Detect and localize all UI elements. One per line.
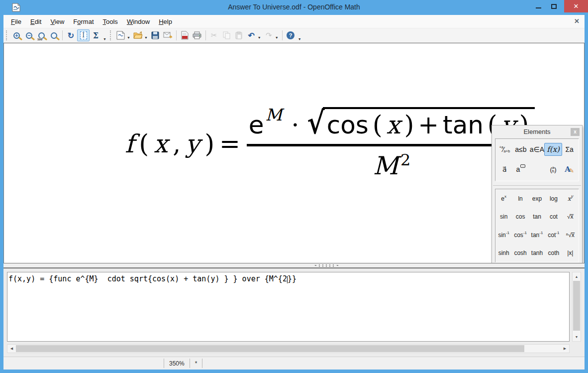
save-button[interactable]: [149, 29, 162, 41]
function-cot[interactable]: cot: [550, 213, 558, 220]
print-button[interactable]: [191, 29, 203, 41]
function-arcsin[interactable]: sin-1: [498, 231, 509, 239]
close-button[interactable]: ✕: [564, 0, 588, 12]
zoom-in-button[interactable]: +: [10, 29, 23, 41]
eq-comma: ,: [173, 129, 181, 158]
help-button[interactable]: ?: [285, 29, 297, 41]
function-exp[interactable]: exp: [532, 195, 542, 202]
symbols-catalog-button[interactable]: Σ: [90, 29, 102, 41]
refresh-icon: ↻: [68, 31, 74, 40]
menubar: File Edit View Format Tools Window Help …: [3, 15, 585, 28]
panel-separator: [493, 185, 581, 186]
redo-dropdown-icon[interactable]: ▼: [275, 36, 279, 39]
undo-icon: ↶: [248, 31, 255, 40]
function-sinh[interactable]: sinh: [498, 249, 509, 256]
function-ln[interactable]: ln: [518, 195, 522, 202]
scroll-down-icon[interactable]: ▼: [573, 333, 581, 341]
menu-window[interactable]: Window: [122, 16, 154, 27]
email-icon: [163, 32, 173, 39]
category-brackets[interactable]: ( ab ): [546, 163, 560, 176]
toolbar-grip[interactable]: [110, 30, 112, 40]
function-x-power-y[interactable]: xy: [568, 195, 573, 202]
horizontal-scroll-thumb[interactable]: [16, 345, 524, 352]
refresh-button[interactable]: ↻: [65, 29, 77, 41]
redo-button[interactable]: ↷: [263, 29, 275, 41]
open-button[interactable]: [132, 29, 144, 41]
titlebar[interactable]: Answer To Universe.odf - OpenOffice Math…: [0, 0, 588, 15]
pencil-icon: ✎: [569, 167, 574, 174]
menu-view[interactable]: View: [46, 16, 69, 27]
undo-button[interactable]: ↶: [245, 29, 258, 41]
function-tanh[interactable]: tanh: [531, 249, 543, 256]
category-set-operations[interactable]: a∈A: [530, 143, 544, 156]
category-relations[interactable]: a≤b: [514, 143, 528, 156]
printer-icon: [193, 31, 201, 39]
function-sqrt[interactable]: √x̅: [567, 213, 574, 220]
menu-edit[interactable]: Edit: [26, 16, 46, 27]
function-nth-root[interactable]: ⁿ√x̅: [566, 231, 575, 239]
function-arccot[interactable]: cot-1: [548, 231, 559, 239]
function-coth[interactable]: coth: [548, 249, 560, 256]
function-e-power-x[interactable]: ex: [501, 195, 506, 202]
function-cosh[interactable]: cosh: [514, 249, 526, 256]
commands-input[interactable]: f(x,y) = {func e^{M} cdot sqrt{cos(x) + …: [7, 272, 570, 342]
redo-icon: ↷: [266, 31, 272, 40]
toolbar-overflow-icon[interactable]: ▼: [103, 37, 106, 41]
eq-equals: =: [219, 129, 240, 158]
menu-help[interactable]: Help: [154, 16, 177, 27]
menu-format[interactable]: Format: [69, 16, 98, 27]
commands-horizontal-scrollbar[interactable]: ◀ ▶: [7, 344, 570, 353]
view-commands-splitter[interactable]: [3, 263, 585, 268]
zoom-out-button[interactable]: −: [23, 29, 35, 41]
cut-button[interactable]: ✂: [208, 29, 220, 41]
app-window: Answer To Universe.odf - OpenOffice Math…: [0, 0, 588, 373]
category-others[interactable]: a⋯: [514, 163, 528, 176]
formula-view[interactable]: f ( x , y ) = e M · √ cos: [3, 43, 585, 263]
category-formats[interactable]: A✎: [563, 163, 577, 176]
new-document-button[interactable]: [114, 29, 127, 41]
maximize-button[interactable]: [547, 0, 561, 12]
scroll-up-icon[interactable]: ▲: [573, 273, 581, 280]
export-pdf-button[interactable]: [179, 29, 191, 41]
category-spacer: [530, 163, 544, 176]
function-arctan[interactable]: tan-1: [531, 231, 543, 239]
menu-tools[interactable]: Tools: [98, 16, 122, 27]
function-cos[interactable]: cos: [516, 213, 525, 220]
vertical-scroll-thumb[interactable]: [573, 281, 580, 331]
clipboard-icon: [235, 31, 242, 39]
function-tan[interactable]: tan: [533, 213, 541, 220]
copy-button[interactable]: [220, 29, 233, 41]
category-operators[interactable]: Σa: [563, 143, 577, 156]
eq-plus: +: [418, 111, 439, 139]
app-icon: [12, 3, 20, 12]
zoom-100-button[interactable]: 100: [35, 29, 48, 41]
commands-vertical-scrollbar[interactable]: ▲ ▼: [572, 272, 581, 342]
eq-rparen: ): [404, 111, 414, 139]
scroll-left-icon[interactable]: ◀: [8, 345, 15, 353]
toolbar-grip[interactable]: [6, 30, 8, 40]
category-attributes[interactable]: a⃗: [497, 163, 511, 176]
formula-cursor-button[interactable]: I: [77, 29, 90, 41]
category-unary-binary-operators[interactable]: +a⁄a+b: [497, 143, 511, 156]
eq-lparen: (: [373, 111, 383, 139]
pdf-icon: [181, 31, 189, 40]
email-button[interactable]: [162, 29, 174, 41]
zoom-all-button[interactable]: [48, 29, 60, 41]
open-dropdown-icon[interactable]: ▼: [144, 36, 148, 39]
function-log[interactable]: log: [550, 195, 558, 202]
toolbar-overflow-icon[interactable]: ▼: [298, 37, 301, 41]
function-arccos[interactable]: cos-1: [514, 231, 527, 239]
undo-dropdown-icon[interactable]: ▼: [258, 36, 261, 39]
elements-panel-close-button[interactable]: x: [571, 128, 580, 136]
function-sin[interactable]: sin: [500, 213, 507, 220]
scroll-right-icon[interactable]: ▶: [561, 345, 569, 353]
menu-file[interactable]: File: [6, 16, 26, 27]
paste-button[interactable]: [233, 29, 245, 41]
status-modified-flag: *: [190, 359, 203, 368]
minimize-button[interactable]: [531, 0, 545, 12]
close-document-icon[interactable]: ✕: [574, 17, 580, 25]
new-dropdown-icon[interactable]: ▼: [127, 36, 130, 39]
function-abs[interactable]: |x|: [567, 249, 573, 256]
category-functions[interactable]: f(x): [544, 143, 562, 156]
status-zoom-level[interactable]: 350%: [164, 359, 190, 368]
